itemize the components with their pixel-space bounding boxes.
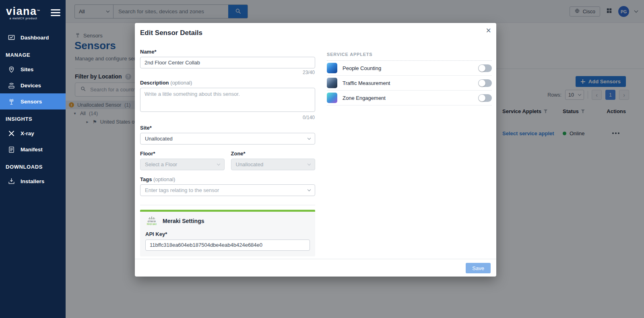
sidebar-item-label: Devices (21, 83, 41, 89)
service-applets-title: SERVICE APPLETS (327, 52, 492, 57)
menu-icon[interactable] (51, 9, 60, 16)
sidebar-section-insights: INSIGHTS (0, 109, 66, 125)
download-icon (8, 178, 15, 185)
device-icon (8, 82, 15, 89)
save-button[interactable]: Save (466, 263, 491, 273)
sidebar-item-installers[interactable]: Installers (0, 173, 66, 189)
name-label: Name* (140, 49, 315, 55)
logo-tagline: a meldCX product (6, 17, 41, 20)
app: viana™ a meldCX product Dashboard MANAGE… (0, 0, 644, 318)
sidebar-item-label: Dashboard (21, 35, 49, 41)
sidebar-item-devices[interactable]: Devices (0, 77, 66, 93)
applet-name: People Counting (343, 65, 473, 71)
description-field[interactable] (140, 88, 315, 112)
name-char-counter: 23/40 (140, 70, 315, 75)
applet-row-people-counting: People Counting (327, 61, 492, 76)
site-select[interactable]: Unallocated (140, 133, 315, 145)
sidebar-item-label: X-ray (21, 130, 34, 136)
sensor-icon (8, 98, 15, 105)
zone-label: Zone* (231, 151, 316, 157)
applet-name: Zone Engagement (343, 95, 473, 101)
chevron-down-icon (308, 162, 311, 165)
sidebar-item-label: Sensors (21, 99, 42, 105)
modal-title: Edit Sensor Details (140, 29, 202, 37)
zone-engagement-icon (327, 93, 337, 103)
document-icon (8, 146, 15, 153)
api-key-field[interactable] (145, 240, 310, 251)
logo-trademark: ™ (37, 9, 41, 13)
edit-sensor-modal: Edit Sensor Details × Name* 23/40 Descri… (135, 23, 496, 277)
sidebar: viana™ a meldCX product Dashboard MANAGE… (0, 0, 66, 318)
people-counting-icon (327, 63, 337, 73)
modal-footer: Save (135, 259, 496, 277)
applet-row-traffic-measurement: Traffic Measurement (327, 76, 492, 91)
zone-select[interactable]: Unallocated (231, 159, 316, 170)
applet-row-zone-engagement: Zone Engagement (327, 91, 492, 105)
sidebar-item-xray[interactable]: X-ray (0, 125, 66, 141)
tags-label: Tags (optional) (140, 176, 315, 182)
site-label: Site* (140, 125, 315, 131)
meraki-settings-title: Meraki Settings (163, 218, 204, 224)
cisco-meraki-logo: cisco Meraki (145, 217, 158, 226)
api-key-label: API Key* (145, 231, 310, 237)
xray-icon (8, 130, 15, 137)
description-char-counter: 0/140 (140, 115, 315, 120)
sidebar-section-manage: MANAGE (0, 45, 66, 61)
chevron-down-icon (308, 188, 311, 191)
zone-engagement-toggle[interactable] (478, 94, 492, 102)
close-icon[interactable]: × (486, 26, 491, 35)
dashboard-icon (8, 34, 15, 41)
sidebar-item-sensors[interactable]: Sensors (0, 93, 66, 109)
divider (140, 205, 315, 205)
sidebar-item-manifest[interactable]: Manifest (0, 141, 66, 157)
floor-label: Floor* (140, 151, 225, 157)
chevron-down-icon (308, 136, 311, 140)
applet-name: Traffic Measurement (343, 80, 473, 86)
meraki-settings-section: cisco Meraki Meraki Settings API Key* (140, 210, 315, 256)
people-counting-toggle[interactable] (478, 64, 492, 72)
sidebar-item-label: Manifest (21, 147, 43, 153)
tags-select[interactable]: Enter tags relating to the sensor (140, 184, 315, 196)
sidebar-item-label: Installers (21, 178, 44, 184)
map-pin-icon (8, 66, 15, 73)
viana-logo: viana™ a meldCX product (6, 6, 41, 20)
sidebar-item-label: Sites (21, 66, 33, 72)
floor-select[interactable]: Select a Floor (140, 159, 225, 170)
sidebar-item-sites[interactable]: Sites (0, 61, 66, 77)
chevron-down-icon (217, 162, 220, 165)
logo-text: viana (6, 5, 37, 17)
name-field[interactable] (140, 57, 315, 68)
sidebar-section-downloads: DOWNLOADS (0, 157, 66, 173)
traffic-measurement-icon (327, 78, 337, 88)
traffic-measurement-toggle[interactable] (478, 79, 492, 87)
sidebar-item-dashboard[interactable]: Dashboard (0, 29, 66, 45)
description-label: Description (optional) (140, 80, 315, 86)
